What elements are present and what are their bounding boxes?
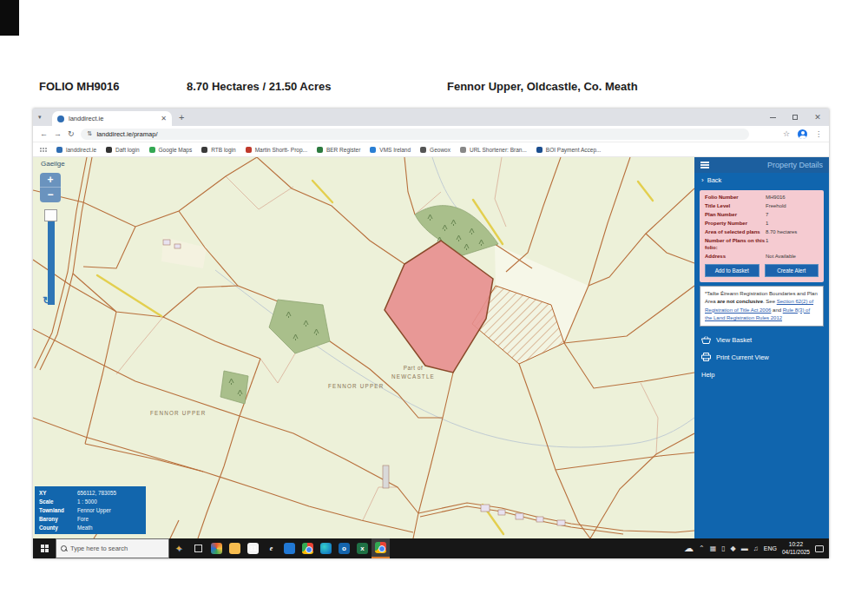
tab-title: landdirect.ie <box>69 115 156 122</box>
bookmark-favicon-icon <box>246 147 252 153</box>
bookmark-item[interactable]: BER Register <box>317 147 360 153</box>
bookmark-favicon-icon <box>56 147 62 153</box>
part-of-name-label: NEWCASTLE <box>391 373 435 380</box>
map-canvas: FENNOR UPPER FENNOR UPPER Part of NEWCAS… <box>33 157 694 538</box>
address-title: Fennor Upper, Oldcastle, Co. Meath <box>447 80 638 93</box>
mail-icon[interactable] <box>280 538 299 558</box>
bookmark-favicon-icon <box>370 147 376 153</box>
tab-strip: ▾ landdirect.ie ✕ + ✕ <box>33 109 829 126</box>
land-registry-map[interactable]: FENNOR UPPER FENNOR UPPER Part of NEWCAS… <box>33 157 694 538</box>
internet-explorer-icon[interactable]: e <box>262 538 280 558</box>
chevron-right-icon: › <box>701 176 704 184</box>
add-to-basket-button[interactable]: Add to Basket <box>705 264 760 277</box>
clock[interactable]: 10:2204/11/2025 <box>782 541 810 555</box>
bookmark-favicon-icon <box>460 147 466 153</box>
tray-network-icon[interactable]: ▦ <box>710 545 717 552</box>
bookmark-favicon-icon <box>536 147 542 153</box>
zoom-out-button[interactable]: − <box>40 188 61 202</box>
property-details-panel: Property Details › Back Folio NumberMH90… <box>694 157 829 538</box>
notification-center-icon[interactable] <box>815 545 824 552</box>
panel-menu-icon[interactable] <box>700 161 710 170</box>
restore-button[interactable] <box>784 109 806 126</box>
url-field[interactable]: ⇅ landdirect.ie/pramap/ <box>81 129 749 140</box>
bookmark-item[interactable]: BOI Payment Accep... <box>536 147 602 153</box>
bookmark-item[interactable]: VMS Ireland <box>370 147 411 153</box>
address-bar: ← → ↻ ⇅ landdirect.ie/pramap/ ☆ ⋮ <box>33 126 829 142</box>
reload-icon[interactable]: ↻ <box>68 129 75 138</box>
cortana-icon[interactable]: ✦ <box>169 544 188 553</box>
tab-search-chevron-icon[interactable]: ▾ <box>38 114 42 121</box>
folio-details-card: Folio NumberMH9016 Title LevelFreehold P… <box>700 190 824 282</box>
onedrive-icon[interactable]: ☁ <box>684 543 694 554</box>
url-text: landdirect.ie/pramap/ <box>96 130 157 138</box>
profile-avatar[interactable] <box>798 129 807 139</box>
printer-icon <box>701 353 711 361</box>
bookmark-item[interactable]: Daft login <box>106 147 139 153</box>
zoom-slider-track[interactable] <box>48 215 55 305</box>
back-button[interactable]: › Back <box>694 173 829 188</box>
bookmark-favicon-icon <box>106 147 112 153</box>
taskbar-search[interactable] <box>56 538 169 558</box>
language-link[interactable]: Gaeilge <box>41 160 65 168</box>
scanned-screenshot-page: FOLIO MH9016 8.70 Hectares / 21.50 Acres… <box>0 0 868 614</box>
area-title: 8.70 Hectares / 21.50 Acres <box>187 80 331 93</box>
bookmarks-bar: landdirect.ie Daft login Google Maps RTB… <box>33 142 829 157</box>
bookmark-item[interactable]: RTB login <box>201 147 235 153</box>
view-basket-button[interactable]: View Basket <box>694 332 829 348</box>
file-explorer-icon[interactable] <box>226 538 244 558</box>
excel-icon[interactable]: x <box>353 538 372 558</box>
create-alert-button[interactable]: Create Alert <box>765 264 819 277</box>
hidden-icons-chevron-icon[interactable]: ⌃ <box>699 545 705 552</box>
outlook-icon[interactable]: o <box>335 538 353 558</box>
tray-display-icon[interactable]: ▬ <box>741 545 748 552</box>
refresh-map-icon[interactable]: ↻ <box>43 294 51 307</box>
bookmark-star-icon[interactable]: ☆ <box>783 129 790 138</box>
tab-favicon-icon <box>57 116 64 122</box>
windows-taskbar: ✦ 31 e o x ☁ ⌃ ▦ ▯ ◆ ▬ <box>33 538 829 558</box>
bookmark-favicon-icon <box>420 147 426 153</box>
coordinates-info-box: XY656112, 783055 Scale1 : 5000 TownlandF… <box>35 486 146 534</box>
panel-title: Property Details <box>767 161 823 169</box>
calendar-icon[interactable]: 31 <box>244 538 262 558</box>
tab-close-icon[interactable]: ✕ <box>161 115 167 122</box>
tray-battery-icon[interactable]: ▯ <box>721 545 725 552</box>
bookmark-favicon-icon <box>201 147 207 153</box>
browser-menu-icon[interactable]: ⋮ <box>815 130 822 138</box>
system-tray: ☁ ⌃ ▦ ▯ ◆ ▬ ♫ ENG 10:2204/11/2025 <box>684 541 829 555</box>
task-view-icon[interactable] <box>188 545 207 552</box>
basket-icon <box>701 336 711 344</box>
folio-title: FOLIO MH9016 <box>39 80 119 93</box>
language-indicator[interactable]: ENG <box>764 545 777 551</box>
browser-window: ▾ landdirect.ie ✕ + ✕ ← → ↻ ⇅ landdirect… <box>33 109 829 558</box>
tray-volume-icon[interactable]: ♫ <box>753 545 759 552</box>
townland-label: FENNOR UPPER <box>328 383 384 389</box>
zoom-in-button[interactable]: + <box>40 173 61 188</box>
browser-tab[interactable]: landdirect.ie ✕ <box>52 111 172 126</box>
site-settings-icon[interactable]: ⇅ <box>88 130 93 137</box>
printed-header: FOLIO MH9016 8.70 Hectares / 21.50 Acres… <box>0 80 868 99</box>
print-current-view-button[interactable]: Print Current View <box>694 348 829 366</box>
close-button[interactable]: ✕ <box>806 109 829 126</box>
scan-corner-artifact <box>0 0 19 36</box>
bookmark-item[interactable]: URL Shortener: Bran... <box>460 147 527 153</box>
bookmark-item[interactable]: Geowox <box>420 147 450 153</box>
bookmark-item[interactable]: Google Maps <box>149 147 193 153</box>
start-button[interactable] <box>33 538 56 558</box>
chrome-active-icon[interactable] <box>372 538 390 558</box>
bookmark-item[interactable]: Martin Shortt- Prop... <box>246 147 307 153</box>
tray-security-icon[interactable]: ◆ <box>731 545 736 552</box>
edge-icon[interactable] <box>317 538 335 558</box>
minimize-button[interactable] <box>761 109 784 126</box>
apps-grid-icon[interactable] <box>40 148 47 152</box>
zoom-slider-handle[interactable] <box>44 209 57 221</box>
search-input[interactable] <box>70 545 164 552</box>
bookmark-item[interactable]: landdirect.ie <box>56 147 96 153</box>
edge-legacy-icon[interactable] <box>207 538 226 558</box>
help-link[interactable]: Help <box>694 366 829 384</box>
forward-nav-icon[interactable]: → <box>54 129 62 138</box>
back-nav-icon[interactable]: ← <box>40 129 48 138</box>
townland-label: FENNOR UPPER <box>150 410 206 416</box>
part-of-label: Part of <box>404 365 424 371</box>
new-tab-button[interactable]: + <box>179 112 184 122</box>
chrome-icon[interactable] <box>299 538 317 558</box>
